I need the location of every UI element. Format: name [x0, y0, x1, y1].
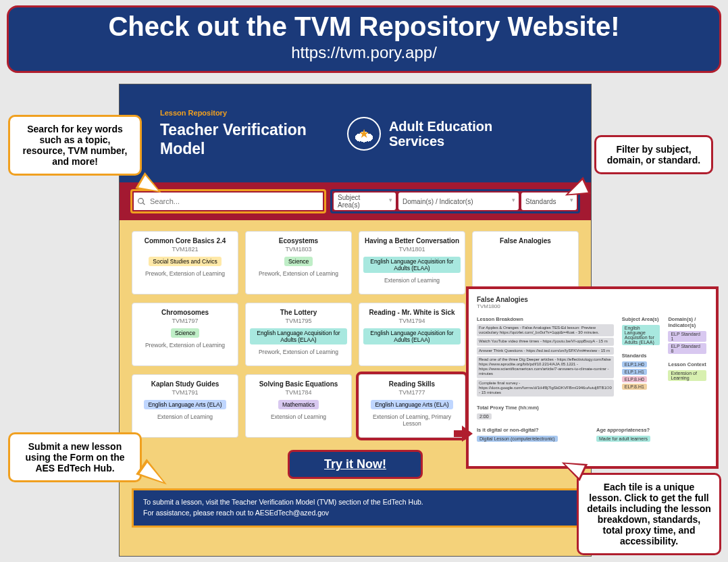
detail-age-label: Age appropriateness?	[596, 427, 708, 433]
standard-chip: ELP.8.H1	[622, 384, 647, 390]
site-title: Teacher Verification Model	[160, 121, 307, 158]
breakdown-item: Answer Think Questions - https://ed.ted.…	[477, 347, 614, 355]
filter-highlight: Subject Area(s) Domain(s) / Indicator(s)…	[330, 189, 580, 213]
lesson-tile[interactable]: Having a Better ConversationTVM1801Engli…	[359, 231, 465, 295]
tile-title: Kaplan Study Guides	[136, 380, 234, 388]
detail-age-chip: Made for adult learners	[596, 436, 650, 442]
domain-chip: ELP Standard 1	[668, 331, 706, 342]
arrow-right-icon	[454, 426, 474, 442]
tile-tag: English Language Acquisition for Adults …	[250, 328, 347, 344]
detail-digital-label: Is it digital or non-digital?	[477, 427, 588, 433]
detail-breakdown-label: Lesson Breakdown	[477, 316, 614, 322]
site-header: Lesson Repository Teacher Verification M…	[120, 84, 591, 182]
detail-subject-label: Subject Area(s)	[622, 316, 662, 322]
tile-title: Chromosomes	[136, 309, 234, 316]
tile-sub: Prework, Extension of Learning	[136, 342, 234, 349]
tile-tag: English Language Acquisition for Adults …	[363, 328, 461, 344]
aes-title: Adult Education Services	[389, 119, 492, 149]
tile-id: TVM1801	[363, 246, 461, 253]
detail-context-chip: Extension of Learning	[668, 370, 706, 381]
tile-tag: English Language Arts (ELA)	[371, 400, 452, 409]
tile-title: Having a Better Conversation	[363, 237, 461, 245]
tile-title: The Lottery	[250, 309, 347, 316]
tile-id: TVM1784	[250, 389, 347, 396]
tile-title: Reading Skills	[363, 380, 461, 388]
tile-id: TVM1797	[136, 317, 234, 324]
callout-tile: Each tile is a unique lesson. Click to g…	[577, 473, 721, 555]
submit-line-1: To submit a lesson, visit the Teacher Ve…	[143, 497, 567, 508]
standard-chip: ELP.8.H0	[622, 376, 647, 382]
tile-sub: Extension of Learning, Primary Lesson	[363, 413, 461, 427]
arizona-seal-icon: ★	[347, 117, 381, 151]
tile-title: False Analogies	[477, 237, 574, 245]
tile-tag: English Language Arts (ELA)	[144, 400, 226, 409]
breakdown-item: For Apples & Oranges - False Analogies T…	[477, 324, 614, 336]
lesson-tile[interactable]: Reading - Mr. White is SickTVM1794Englis…	[359, 303, 465, 366]
detail-proxy-chip: 2:00	[477, 413, 492, 419]
tile-title: Common Core Basics 2.4	[136, 237, 234, 245]
lesson-tile[interactable]: ChromosomesTVM1797SciencePrework, Extens…	[132, 303, 238, 366]
detail-domain-label: Domain(s) / Indicator(s)	[668, 316, 708, 328]
breakdown-item: Read one of the three Dig Deeper article…	[477, 356, 614, 378]
detail-title: False Analogies	[477, 296, 708, 303]
breakdown-item: Watch YouTube video three times - https:…	[477, 338, 614, 345]
tile-id: TVM1795	[250, 317, 347, 324]
lesson-tile[interactable]: The LotteryTVM1795English Language Acqui…	[245, 303, 352, 366]
tile-id: TVM1777	[363, 389, 461, 396]
search-input[interactable]	[134, 193, 323, 210]
filter-subject[interactable]: Subject Area(s)	[334, 193, 396, 210]
tile-sub: Prework, Extension of Learning	[136, 270, 234, 277]
banner: Check out the TVM Repository Website! ht…	[7, 5, 721, 73]
filter-domain[interactable]: Domain(s) / Indicator(s)	[398, 193, 519, 210]
banner-url: https://tvm.pory.app/	[9, 43, 719, 62]
tile-tag: Science	[284, 257, 313, 266]
breakdown-item: Complete final survey - https://docs.goo…	[477, 380, 614, 397]
lesson-tile[interactable]: Kaplan Study GuidesTVM1791English Langua…	[132, 374, 238, 438]
detail-standards-label: Standards	[622, 353, 662, 359]
tile-title: Solving Basic Equations	[250, 380, 347, 388]
site-header-left: Lesson Repository Teacher Verification M…	[160, 109, 307, 158]
tile-title: Ecosystems	[250, 237, 347, 245]
lesson-tile[interactable]: Reading SkillsTVM1777English Language Ar…	[359, 374, 465, 438]
tile-title: Reading - Mr. White is Sick	[363, 309, 461, 316]
lesson-tile[interactable]: False Analogies	[472, 231, 579, 295]
detail-proxy-label: Total Proxy Time (hh:mm)	[477, 405, 708, 411]
tile-id: TVM1803	[250, 246, 347, 253]
callout-filter: Filter by subject, domain, or standard.	[594, 135, 713, 174]
detail-digital-chip: Digital Lesson (computer/electronic)	[477, 436, 558, 442]
lesson-tile[interactable]: Common Core Basics 2.4TVM1821Social Stud…	[132, 231, 238, 295]
tile-tag: English Language Acquisition for Adults …	[363, 257, 461, 273]
lesson-tile[interactable]: Solving Basic EquationsTVM1784Mathematic…	[245, 374, 352, 438]
try-it-now-button[interactable]: Try it Now!	[288, 450, 423, 479]
site-header-right: ★ Adult Education Services	[347, 117, 492, 151]
standard-chip: ELP.1.H1	[622, 369, 647, 375]
tile-id: TVM1791	[136, 389, 234, 396]
tile-tag: Mathematics	[278, 400, 319, 409]
detail-context-label: Lesson Context	[668, 361, 708, 367]
tile-sub: Extension of Learning	[136, 413, 234, 420]
callout-search: Search for key words such as a topic, re…	[8, 115, 142, 176]
tile-id: TVM1794	[363, 317, 461, 324]
callout-submit: Submit a new lesson using the Form on th…	[8, 432, 142, 482]
detail-subject-chip: English Language Acquisition for Adults …	[622, 325, 660, 345]
tile-sub: Prework, Extension of Learning	[250, 349, 347, 355]
tile-id: TVM1821	[136, 246, 234, 253]
tile-sub: Extension of Learning	[363, 277, 461, 284]
submit-line-2: For assistance, please reach out to AESE…	[143, 508, 567, 519]
search-filter-row: Subject Area(s) Domain(s) / Indicator(s)…	[120, 182, 591, 220]
tile-tag: Science	[171, 328, 199, 338]
banner-title: Check out the TVM Repository Website!	[9, 11, 719, 42]
lesson-tile[interactable]: EcosystemsTVM1803SciencePrework, Extensi…	[245, 231, 352, 295]
detail-id: TVM1800	[477, 303, 708, 309]
tile-sub: Prework, Extension of Learning	[250, 270, 347, 277]
standard-chip: ELP.1.H0	[622, 361, 647, 367]
domain-chip: ELP Standard 8	[668, 343, 706, 354]
submit-instructions: To submit a lesson, visit the Teacher Ve…	[132, 488, 579, 528]
site-top-label: Lesson Repository	[160, 109, 307, 117]
tile-sub: Extension of Learning	[250, 413, 347, 420]
tile-tag: Social Studies and Civics	[149, 257, 221, 266]
lesson-detail-panel: False Analogies TVM1800 Lesson Breakdown…	[466, 286, 719, 469]
